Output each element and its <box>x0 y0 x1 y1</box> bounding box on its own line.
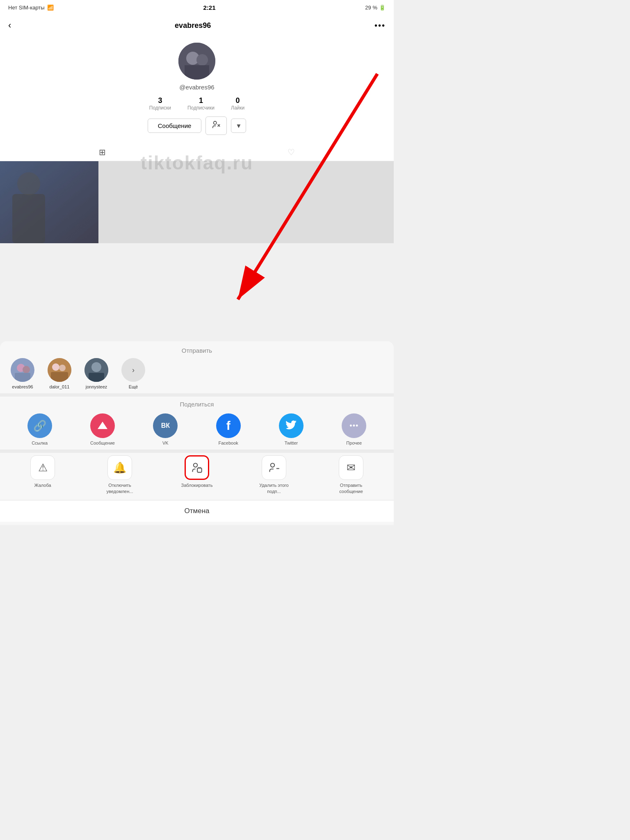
divider-1 <box>0 393 394 397</box>
share-more[interactable]: ••• Прочее <box>342 413 366 445</box>
action-send-msg[interactable]: ✉ Отправить сообщение <box>331 455 372 494</box>
battery-icon: 🔋 <box>379 5 386 11</box>
svg-rect-3 <box>185 65 209 80</box>
twitter-icon[interactable] <box>279 413 304 438</box>
svg-rect-9 <box>12 194 45 243</box>
svg-rect-16 <box>15 373 30 382</box>
mute-label: Отключить уведомлен... <box>99 482 140 494</box>
contacts-row: evabres96 dalor_011 jonnyst <box>0 358 394 389</box>
content-tabs: ⊞ ♡ <box>0 143 394 161</box>
contact-name-1: evabres96 <box>12 384 33 389</box>
action-block[interactable]: Заблокировать <box>176 455 217 494</box>
link-label: Ссылка <box>32 441 48 445</box>
header-title: evabres96 <box>175 21 211 30</box>
user-handle: @evabres96 <box>179 84 214 91</box>
follow-button[interactable] <box>205 116 227 135</box>
block-label: Заблокировать <box>181 482 213 488</box>
svg-point-15 <box>23 366 30 373</box>
svg-rect-20 <box>51 372 68 382</box>
contact-avatar-3 <box>84 358 108 382</box>
status-left: Нет SIM-карты 📶 <box>8 5 54 11</box>
actions-row: ⚠ Жалоба 🔔 Отключить уведомлен... Заблок… <box>0 453 394 498</box>
stats-row: 3 Подписки 1 Подписчики 0 Лайки <box>149 96 244 111</box>
more-contacts-icon: › <box>121 358 145 382</box>
svg-rect-23 <box>89 373 104 382</box>
likes-count: 0 <box>236 96 240 105</box>
more-contacts-button[interactable]: › Ещё <box>119 358 148 389</box>
message-label: Сообщение <box>90 441 115 445</box>
likes-label: Лайки <box>231 105 244 111</box>
followers-label: Подписчики <box>187 105 215 111</box>
share-section-title: Поделиться <box>0 397 394 411</box>
svg-marker-24 <box>98 422 107 429</box>
remove-icon[interactable] <box>262 455 286 480</box>
video-thumbnail[interactable] <box>0 161 98 243</box>
share-link[interactable]: 🔗 Ссылка <box>27 413 52 445</box>
svg-point-25 <box>194 463 197 467</box>
vk-label: VK <box>162 441 169 445</box>
avatar <box>178 43 215 80</box>
svg-point-4 <box>214 121 217 124</box>
contact-item[interactable]: evabres96 <box>8 358 37 389</box>
avatar-image <box>178 43 215 80</box>
action-mute[interactable]: 🔔 Отключить уведомлен... <box>99 455 140 494</box>
message-button[interactable]: Сообщение <box>148 119 202 133</box>
svg-point-18 <box>52 363 59 371</box>
send-msg-label: Отправить сообщение <box>331 482 372 494</box>
svg-point-29 <box>271 463 274 467</box>
stat-followers: 1 Подписчики <box>187 96 215 111</box>
status-bar: Нет SIM-карты 📶 2:21 29 % 🔋 <box>0 0 394 15</box>
facebook-icon[interactable]: f <box>216 413 241 438</box>
svg-point-19 <box>59 365 66 371</box>
twitter-label: Twitter <box>285 441 298 445</box>
profile-area: @evabres96 3 Подписки 1 Подписчики 0 Лай… <box>0 36 394 143</box>
svg-point-10 <box>17 172 40 195</box>
remove-label: Удалить этого подп... <box>253 482 294 494</box>
share-twitter[interactable]: Twitter <box>279 413 304 445</box>
liked-tab[interactable]: ♡ <box>288 147 295 157</box>
cancel-button[interactable]: Отмена <box>0 500 394 522</box>
dropdown-button[interactable]: ▼ <box>231 119 246 133</box>
mute-icon[interactable]: 🔔 <box>107 455 132 480</box>
send-msg-icon[interactable]: ✉ <box>339 455 363 480</box>
contact-item[interactable]: dalor_011 <box>45 358 74 389</box>
following-label: Подписки <box>149 105 171 111</box>
contact-name-2: dalor_011 <box>50 384 70 389</box>
video-grid <box>0 161 394 243</box>
divider-2 <box>0 450 394 453</box>
message-icon[interactable] <box>90 413 115 438</box>
report-icon[interactable]: ⚠ <box>30 455 55 480</box>
block-icon[interactable] <box>185 455 209 480</box>
stat-likes: 0 Лайки <box>231 96 244 111</box>
bottom-sheet: Отправить evabres96 <box>0 341 394 525</box>
share-message[interactable]: Сообщение <box>90 413 115 445</box>
vk-icon[interactable]: ВК <box>153 413 178 438</box>
send-section-title: Отправить <box>0 341 394 358</box>
contact-name-3: jonnysteez <box>86 384 107 389</box>
contact-avatar-2 <box>48 358 71 382</box>
report-label: Жалоба <box>34 482 51 488</box>
link-icon[interactable]: 🔗 <box>27 413 52 438</box>
more-share-label: Прочее <box>346 441 362 445</box>
more-button[interactable]: ••• <box>374 21 386 30</box>
svg-rect-26 <box>197 468 202 473</box>
more-share-icon[interactable]: ••• <box>342 413 366 438</box>
svg-point-2 <box>196 54 208 66</box>
more-contacts-label: Ещё <box>129 384 138 389</box>
share-facebook[interactable]: f Facebook <box>216 413 241 445</box>
share-row: 🔗 Ссылка Сообщение ВК VK f Facebook <box>0 411 394 450</box>
following-count: 3 <box>158 96 162 105</box>
share-vk[interactable]: ВК VK <box>153 413 178 445</box>
action-report[interactable]: ⚠ Жалоба <box>22 455 63 494</box>
wifi-icon: 📶 <box>47 5 54 11</box>
back-button[interactable]: ‹ <box>8 20 11 31</box>
status-right: 29 % 🔋 <box>365 5 386 11</box>
grid-tab[interactable]: ⊞ <box>99 147 106 157</box>
profile-action-row: Сообщение ▼ <box>148 116 247 135</box>
followers-count: 1 <box>199 96 203 105</box>
svg-point-22 <box>91 362 101 372</box>
time-label: 2:21 <box>203 4 215 11</box>
carrier-label: Нет SIM-карты <box>8 5 45 11</box>
contact-item[interactable]: jonnysteez <box>82 358 111 389</box>
action-remove[interactable]: Удалить этого подп... <box>253 455 294 494</box>
